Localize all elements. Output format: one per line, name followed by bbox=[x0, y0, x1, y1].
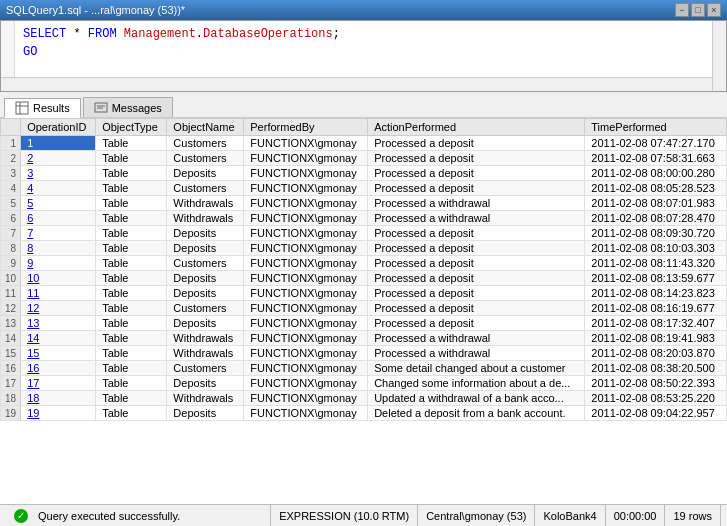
cell-objectname[interactable]: Deposits bbox=[167, 376, 244, 391]
cell-objectname[interactable]: Withdrawals bbox=[167, 391, 244, 406]
cell-performedby[interactable]: FUNCTIONX\gmonay bbox=[244, 286, 368, 301]
cell-operationid[interactable]: 3 bbox=[21, 166, 96, 181]
cell-objecttype[interactable]: Table bbox=[96, 301, 167, 316]
cell-objecttype[interactable]: Table bbox=[96, 271, 167, 286]
cell-actionperformed[interactable]: Processed a deposit bbox=[368, 256, 585, 271]
col-header-operationid[interactable]: OperationID bbox=[21, 119, 96, 136]
cell-timeperformed[interactable]: 2011-02-08 08:00:00.280 bbox=[585, 166, 727, 181]
cell-actionperformed[interactable]: Processed a deposit bbox=[368, 271, 585, 286]
cell-objecttype[interactable]: Table bbox=[96, 136, 167, 151]
table-row[interactable]: 1717TableDepositsFUNCTIONX\gmonayChanged… bbox=[1, 376, 727, 391]
cell-performedby[interactable]: FUNCTIONX\gmonay bbox=[244, 181, 368, 196]
cell-objecttype[interactable]: Table bbox=[96, 151, 167, 166]
cell-objectname[interactable]: Withdrawals bbox=[167, 346, 244, 361]
cell-operationid[interactable]: 1 bbox=[21, 136, 96, 151]
cell-timeperformed[interactable]: 2011-02-08 08:53:25.220 bbox=[585, 391, 727, 406]
cell-performedby[interactable]: FUNCTIONX\gmonay bbox=[244, 151, 368, 166]
cell-timeperformed[interactable]: 2011-02-08 08:07:01.983 bbox=[585, 196, 727, 211]
table-row[interactable]: 99TableCustomersFUNCTIONX\gmonayProcesse… bbox=[1, 256, 727, 271]
cell-operationid[interactable]: 2 bbox=[21, 151, 96, 166]
cell-operationid[interactable]: 12 bbox=[21, 301, 96, 316]
cell-timeperformed[interactable]: 2011-02-08 09:04:22.957 bbox=[585, 406, 727, 421]
cell-timeperformed[interactable]: 2011-02-08 07:58:31.663 bbox=[585, 151, 727, 166]
cell-timeperformed[interactable]: 2011-02-08 08:17:32.407 bbox=[585, 316, 727, 331]
table-row[interactable]: 77TableDepositsFUNCTIONX\gmonayProcessed… bbox=[1, 226, 727, 241]
editor-scrollbar-bottom[interactable] bbox=[1, 77, 712, 91]
cell-objectname[interactable]: Withdrawals bbox=[167, 211, 244, 226]
cell-actionperformed[interactable]: Processed a withdrawal bbox=[368, 346, 585, 361]
table-row[interactable]: 1313TableDepositsFUNCTIONX\gmonayProcess… bbox=[1, 316, 727, 331]
table-row[interactable]: 1616TableCustomersFUNCTIONX\gmonaySome d… bbox=[1, 361, 727, 376]
cell-operationid[interactable]: 11 bbox=[21, 286, 96, 301]
maximize-button[interactable]: □ bbox=[691, 3, 705, 17]
cell-timeperformed[interactable]: 2011-02-08 08:13:59.677 bbox=[585, 271, 727, 286]
cell-actionperformed[interactable]: Processed a deposit bbox=[368, 286, 585, 301]
cell-actionperformed[interactable]: Deleted a deposit from a bank account. bbox=[368, 406, 585, 421]
col-header-performedby[interactable]: PerformedBy bbox=[244, 119, 368, 136]
table-row[interactable]: 88TableDepositsFUNCTIONX\gmonayProcessed… bbox=[1, 241, 727, 256]
tab-messages[interactable]: Messages bbox=[83, 97, 173, 117]
cell-operationid[interactable]: 19 bbox=[21, 406, 96, 421]
cell-performedby[interactable]: FUNCTIONX\gmonay bbox=[244, 316, 368, 331]
cell-objectname[interactable]: Customers bbox=[167, 181, 244, 196]
cell-objectname[interactable]: Customers bbox=[167, 301, 244, 316]
cell-operationid[interactable]: 16 bbox=[21, 361, 96, 376]
close-button[interactable]: × bbox=[707, 3, 721, 17]
cell-performedby[interactable]: FUNCTIONX\gmonay bbox=[244, 406, 368, 421]
cell-performedby[interactable]: FUNCTIONX\gmonay bbox=[244, 241, 368, 256]
table-row[interactable]: 1515TableWithdrawalsFUNCTIONX\gmonayProc… bbox=[1, 346, 727, 361]
cell-objectname[interactable]: Customers bbox=[167, 256, 244, 271]
cell-operationid[interactable]: 18 bbox=[21, 391, 96, 406]
table-row[interactable]: 11TableCustomersFUNCTIONX\gmonayProcesse… bbox=[1, 136, 727, 151]
cell-performedby[interactable]: FUNCTIONX\gmonay bbox=[244, 301, 368, 316]
cell-performedby[interactable]: FUNCTIONX\gmonay bbox=[244, 226, 368, 241]
cell-operationid[interactable]: 13 bbox=[21, 316, 96, 331]
cell-objecttype[interactable]: Table bbox=[96, 181, 167, 196]
cell-objecttype[interactable]: Table bbox=[96, 211, 167, 226]
cell-timeperformed[interactable]: 2011-02-08 08:19:41.983 bbox=[585, 331, 727, 346]
cell-objecttype[interactable]: Table bbox=[96, 346, 167, 361]
results-grid-container[interactable]: OperationID ObjectType ObjectName Perfor… bbox=[0, 118, 727, 504]
cell-actionperformed[interactable]: Processed a withdrawal bbox=[368, 331, 585, 346]
col-header-objectname[interactable]: ObjectName bbox=[167, 119, 244, 136]
cell-actionperformed[interactable]: Processed a deposit bbox=[368, 136, 585, 151]
cell-actionperformed[interactable]: Processed a deposit bbox=[368, 226, 585, 241]
cell-performedby[interactable]: FUNCTIONX\gmonay bbox=[244, 391, 368, 406]
cell-actionperformed[interactable]: Some detail changed about a customer bbox=[368, 361, 585, 376]
cell-objecttype[interactable]: Table bbox=[96, 361, 167, 376]
cell-objectname[interactable]: Deposits bbox=[167, 406, 244, 421]
cell-timeperformed[interactable]: 2011-02-08 08:16:19.677 bbox=[585, 301, 727, 316]
cell-objectname[interactable]: Deposits bbox=[167, 316, 244, 331]
cell-objectname[interactable]: Deposits bbox=[167, 166, 244, 181]
table-row[interactable]: 1818TableWithdrawalsFUNCTIONX\gmonayUpda… bbox=[1, 391, 727, 406]
cell-objectname[interactable]: Customers bbox=[167, 361, 244, 376]
cell-actionperformed[interactable]: Processed a deposit bbox=[368, 301, 585, 316]
cell-objecttype[interactable]: Table bbox=[96, 406, 167, 421]
cell-actionperformed[interactable]: Processed a withdrawal bbox=[368, 196, 585, 211]
cell-objecttype[interactable]: Table bbox=[96, 391, 167, 406]
cell-actionperformed[interactable]: Processed a deposit bbox=[368, 166, 585, 181]
cell-performedby[interactable]: FUNCTIONX\gmonay bbox=[244, 376, 368, 391]
cell-objectname[interactable]: Deposits bbox=[167, 241, 244, 256]
cell-timeperformed[interactable]: 2011-02-08 08:14:23.823 bbox=[585, 286, 727, 301]
cell-operationid[interactable]: 4 bbox=[21, 181, 96, 196]
cell-objectname[interactable]: Customers bbox=[167, 136, 244, 151]
cell-operationid[interactable]: 5 bbox=[21, 196, 96, 211]
cell-timeperformed[interactable]: 2011-02-08 08:07:28.470 bbox=[585, 211, 727, 226]
cell-performedby[interactable]: FUNCTIONX\gmonay bbox=[244, 331, 368, 346]
cell-objectname[interactable]: Withdrawals bbox=[167, 196, 244, 211]
cell-performedby[interactable]: FUNCTIONX\gmonay bbox=[244, 196, 368, 211]
cell-objecttype[interactable]: Table bbox=[96, 286, 167, 301]
cell-timeperformed[interactable]: 2011-02-08 08:20:03.870 bbox=[585, 346, 727, 361]
table-row[interactable]: 1919TableDepositsFUNCTIONX\gmonayDeleted… bbox=[1, 406, 727, 421]
col-header-objecttype[interactable]: ObjectType bbox=[96, 119, 167, 136]
table-row[interactable]: 1414TableWithdrawalsFUNCTIONX\gmonayProc… bbox=[1, 331, 727, 346]
cell-performedby[interactable]: FUNCTIONX\gmonay bbox=[244, 136, 368, 151]
table-row[interactable]: 1212TableCustomersFUNCTIONX\gmonayProces… bbox=[1, 301, 727, 316]
cell-objecttype[interactable]: Table bbox=[96, 241, 167, 256]
sql-editor[interactable]: SELECT * FROM Management.DatabaseOperati… bbox=[0, 20, 727, 92]
cell-objecttype[interactable]: Table bbox=[96, 331, 167, 346]
cell-timeperformed[interactable]: 2011-02-08 08:09:30.720 bbox=[585, 226, 727, 241]
cell-objectname[interactable]: Deposits bbox=[167, 271, 244, 286]
cell-actionperformed[interactable]: Processed a deposit bbox=[368, 316, 585, 331]
